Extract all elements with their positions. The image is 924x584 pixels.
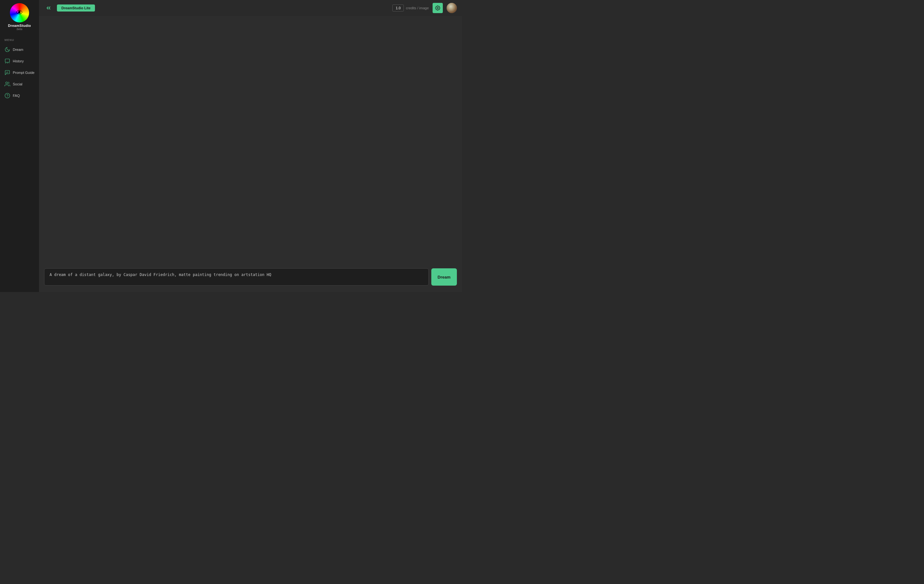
- app-title: DreamStudio: [8, 24, 31, 28]
- settings-button[interactable]: [432, 3, 443, 13]
- sidebar-item-prompt-guide-label: Prompt Guide: [13, 71, 35, 74]
- main-content: DreamStudio Lite 1.0 credits / image Dr: [39, 0, 462, 292]
- sidebar-item-dream[interactable]: Dream: [0, 44, 39, 55]
- sidebar-item-prompt-guide[interactable]: Prompt Guide: [0, 67, 39, 78]
- svg-point-7: [5, 93, 10, 98]
- eye-icon: 👁: [16, 8, 23, 17]
- credits-label: credits / image: [406, 6, 429, 10]
- prompt-input[interactable]: [44, 268, 429, 286]
- header: DreamStudio Lite 1.0 credits / image: [39, 0, 462, 16]
- faq-icon: [5, 93, 10, 99]
- dream-button[interactable]: Dream: [431, 268, 457, 286]
- avatar[interactable]: [447, 3, 457, 13]
- credits-container: 1.0 credits / image: [392, 5, 429, 12]
- svg-point-6: [6, 82, 8, 84]
- svg-rect-0: [5, 59, 10, 62]
- svg-point-9: [437, 7, 438, 8]
- header-left: DreamStudio Lite: [44, 3, 95, 12]
- product-badge[interactable]: DreamStudio Lite: [57, 5, 95, 12]
- nav-items: Dream History Pro: [0, 44, 39, 101]
- sidebar-item-history-label: History: [13, 59, 24, 63]
- canvas-area: Dream: [39, 16, 462, 292]
- header-right: 1.0 credits / image: [392, 3, 457, 13]
- avatar-globe: [447, 3, 457, 13]
- menu-label: MENU: [0, 38, 14, 41]
- sidebar-item-social[interactable]: Social: [0, 79, 39, 89]
- sidebar-item-dream-label: Dream: [13, 48, 23, 51]
- dream-icon: [5, 47, 10, 53]
- social-icon: [5, 81, 10, 87]
- sidebar: 👁 DreamStudio beta MENU Dream: [0, 0, 39, 292]
- logo-container: 👁 DreamStudio beta: [8, 3, 31, 31]
- sidebar-item-social-label: Social: [13, 82, 22, 86]
- sidebar-item-faq[interactable]: FAQ: [0, 90, 39, 101]
- credits-value: 1.0: [392, 5, 404, 12]
- app-logo: 👁: [10, 3, 29, 22]
- app-subtitle: beta: [16, 28, 22, 31]
- collapse-sidebar-button[interactable]: [44, 3, 53, 12]
- canvas-background: [39, 16, 462, 292]
- sidebar-item-faq-label: FAQ: [13, 94, 20, 98]
- prompt-guide-icon: [5, 70, 10, 76]
- history-icon: [5, 58, 10, 64]
- prompt-bar: Dream: [44, 268, 457, 286]
- sidebar-item-history[interactable]: History: [0, 56, 39, 66]
